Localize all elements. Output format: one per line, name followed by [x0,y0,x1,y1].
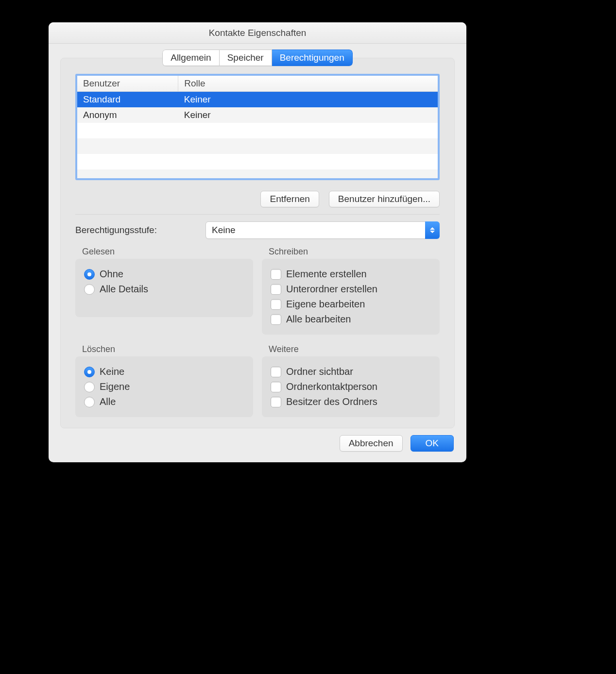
radio-read-all-details[interactable]: Alle Details [84,282,244,297]
dialog-footer: Abbrechen OK [49,428,466,455]
checkbox-icon [271,269,281,280]
radio-label: Eigene [100,381,130,392]
tab-permissions[interactable]: Berechtigungen [272,50,353,66]
table-row[interactable]: Anonym Keiner [77,107,438,123]
table-row[interactable] [77,169,438,178]
cell-role: Keiner [178,107,438,123]
dialog-content: Allgemein Speicher Berechtigungen Benutz… [49,50,466,462]
check-create-items[interactable]: Elemente erstellen [271,267,431,282]
group-write: Schreiben Elemente erstellen Unterordner… [262,247,440,335]
group-title-other: Weitere [262,344,440,356]
radio-label: Ohne [100,269,123,280]
table-row[interactable] [77,154,438,169]
permission-level-value: Keine [212,225,236,236]
table-buttons: Entfernen Benutzer hinzufügen... [75,191,440,207]
cell-user: Anonym [77,107,178,123]
radio-icon [84,269,95,280]
column-header-user[interactable]: Benutzer [77,76,178,92]
group-title-write: Schreiben [262,247,440,259]
checkbox-label: Unterordner erstellen [286,284,377,295]
checkbox-label: Ordnerkontaktperson [286,381,377,392]
radio-icon [84,397,95,407]
check-edit-own[interactable]: Eigene bearbeiten [271,297,431,312]
checkbox-icon [271,397,281,407]
checkbox-icon [271,314,281,325]
group-read: Gelesen Ohne Alle Details [75,247,253,335]
table-row[interactable] [77,138,438,154]
group-other: Weitere Ordner sichtbar Ordnerkontaktper… [262,344,440,417]
check-folder-contact[interactable]: Ordnerkontaktperson [271,379,431,394]
checkbox-label: Elemente erstellen [286,269,367,280]
separator [75,214,440,215]
radio-icon [84,367,95,377]
permission-level-select[interactable]: Keine [205,221,440,239]
checkbox-label: Eigene bearbeiten [286,299,365,310]
radio-delete-none[interactable]: Keine [84,364,244,379]
window-titlebar[interactable]: Kontakte Eigenschaften [49,22,466,44]
radio-icon [84,284,95,295]
group-title-read: Gelesen [75,247,253,259]
radio-label: Keine [100,366,124,377]
check-create-subfolders[interactable]: Unterordner erstellen [271,282,431,297]
radio-label: Alle [100,396,116,407]
radio-delete-all[interactable]: Alle [84,394,244,409]
check-folder-visible[interactable]: Ordner sichtbar [271,364,431,379]
radio-label: Alle Details [100,284,148,295]
checkbox-label: Besitzer des Ordners [286,396,377,407]
permission-level-label: Berechtigungsstufe: [75,225,198,236]
window-title: Kontakte Eigenschaften [209,28,307,38]
table-row[interactable]: Standard Keiner [77,92,438,108]
ok-button[interactable]: OK [411,435,454,452]
checkbox-icon [271,284,281,295]
segmented-control: Allgemein Speicher Berechtigungen [162,50,353,66]
radio-icon [84,382,95,392]
user-role-table[interactable]: Benutzer Rolle Standard Keiner Anonym Ke… [75,74,440,180]
cell-role: Keiner [178,92,438,108]
cancel-button[interactable]: Abbrechen [340,435,403,452]
add-user-button[interactable]: Benutzer hinzufügen... [329,191,440,207]
tab-storage[interactable]: Speicher [220,50,272,66]
tab-bar: Allgemein Speicher Berechtigungen [49,50,466,66]
chevron-updown-icon [425,221,440,239]
remove-button[interactable]: Entfernen [260,191,319,207]
cell-user: Standard [77,92,178,108]
group-delete: Löschen Keine Eigene Alle [75,344,253,417]
checkbox-label: Alle bearbeiten [286,314,351,325]
checkbox-label: Ordner sichtbar [286,366,353,377]
check-folder-owner[interactable]: Besitzer des Ordners [271,394,431,409]
checkbox-icon [271,299,281,310]
table-row[interactable] [77,123,438,138]
checkbox-icon [271,382,281,392]
tab-general[interactable]: Allgemein [162,50,219,66]
column-header-role[interactable]: Rolle [178,76,438,92]
radio-delete-own[interactable]: Eigene [84,379,244,394]
check-edit-all[interactable]: Alle bearbeiten [271,312,431,327]
properties-dialog: Kontakte Eigenschaften Allgemein Speiche… [49,22,466,462]
permissions-panel: Benutzer Rolle Standard Keiner Anonym Ke… [60,58,455,428]
group-title-delete: Löschen [75,344,253,356]
radio-read-none[interactable]: Ohne [84,267,244,282]
checkbox-icon [271,367,281,377]
permission-level-row: Berechtigungsstufe: Keine [75,221,440,239]
permission-groups: Gelesen Ohne Alle Details Schreiben [75,247,440,417]
